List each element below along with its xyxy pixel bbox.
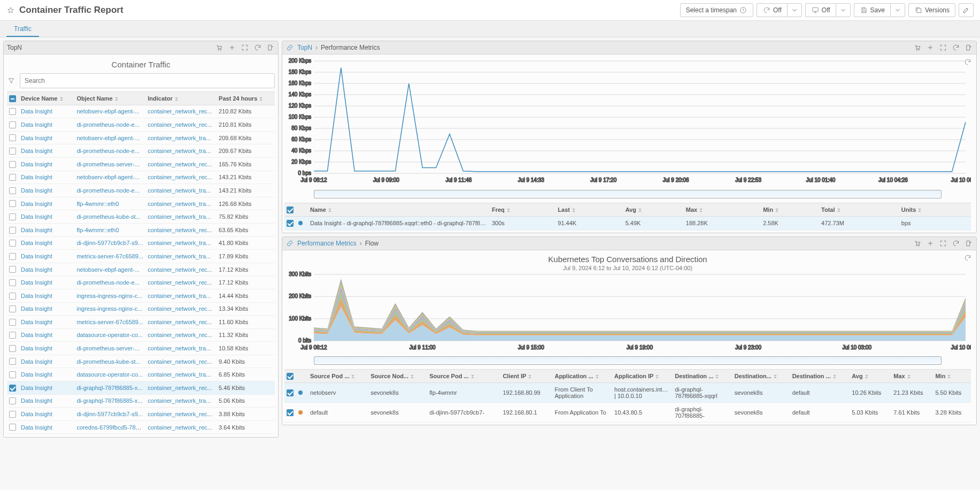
table-row[interactable]: Data Insight datasource-operator-co... c…: [7, 368, 275, 381]
table-row[interactable]: Data Insight datasource-operator-co... c…: [7, 328, 275, 342]
indicator-link[interactable]: container_network_rec...: [148, 424, 212, 431]
breadcrumb-prev[interactable]: TopN: [297, 44, 312, 51]
col-past24[interactable]: Past 24 hours: [217, 92, 275, 105]
indicator-link[interactable]: container_network_rec...: [148, 174, 212, 180]
device-link[interactable]: Data Insight: [21, 227, 52, 233]
object-link[interactable]: ingress-ingress-nginx-c...: [76, 305, 142, 312]
chart-refresh-icon[interactable]: [963, 254, 972, 262]
indicator-link[interactable]: container_network_rec...: [148, 332, 212, 338]
table-row[interactable]: Data Insight di-djinn-5977cb9cb7-s9... c…: [7, 236, 275, 250]
object-link[interactable]: di-djinn-5977cb9cb7-s9...: [76, 411, 143, 417]
object-link[interactable]: netobserv-ebpf-agent-...: [76, 108, 139, 114]
row-check[interactable]: [9, 148, 16, 155]
table-row[interactable]: Data Insight metrics-server-67c6589... c…: [7, 316, 275, 329]
object-link[interactable]: di-prometheus-server-...: [76, 161, 139, 167]
object-link[interactable]: netobserv-ebpf-agent-...: [76, 266, 139, 273]
export-icon[interactable]: [266, 43, 275, 52]
table-row[interactable]: Data Insight flp-4wmmr::eth0 container_n…: [7, 223, 275, 236]
indicator-link[interactable]: container_network_tra...: [148, 135, 211, 141]
plus-icon[interactable]: [926, 239, 935, 248]
link-icon[interactable]: [285, 239, 294, 248]
table-row[interactable]: Data Insight coredns-6799fbcd5-78q... co…: [7, 420, 275, 434]
row-check[interactable]: [9, 240, 16, 247]
indicator-link[interactable]: container_network_tra...: [148, 253, 211, 259]
edit-button[interactable]: [959, 3, 974, 17]
col-last[interactable]: Last: [555, 203, 623, 217]
row-check[interactable]: [9, 121, 16, 128]
row-check[interactable]: [9, 397, 16, 404]
device-link[interactable]: Data Insight: [21, 253, 52, 259]
device-link[interactable]: Data Insight: [21, 358, 52, 365]
legend-row-check[interactable]: [287, 220, 294, 227]
col-total[interactable]: Total: [819, 203, 899, 217]
table-row[interactable]: Data Insight metrics-server-67c6589... c…: [7, 250, 275, 263]
col[interactable]: Destination ...: [790, 370, 850, 383]
device-link[interactable]: Data Insight: [21, 187, 52, 194]
object-link[interactable]: di-prometheus-node-e...: [76, 279, 139, 286]
device-link[interactable]: Data Insight: [21, 161, 52, 167]
device-link[interactable]: Data Insight: [21, 319, 52, 325]
col[interactable]: Destination...: [732, 370, 790, 383]
col[interactable]: Client IP: [500, 370, 552, 383]
col[interactable]: Max: [891, 370, 933, 383]
table-row[interactable]: Data Insight di-graphql-787f86885-x... c…: [7, 381, 275, 395]
row-check[interactable]: [9, 161, 16, 168]
object-link[interactable]: coredns-6799fbcd5-78q...: [76, 424, 143, 431]
object-link[interactable]: netobserv-ebpf-agent-...: [76, 135, 139, 141]
interval-caret[interactable]: [836, 3, 851, 17]
device-link[interactable]: Data Insight: [21, 305, 52, 312]
row-check[interactable]: [9, 200, 16, 207]
indicator-link[interactable]: container_network_tra...: [148, 213, 211, 220]
time-scrubber[interactable]: [314, 356, 942, 365]
select-all[interactable]: [9, 95, 16, 102]
table-row[interactable]: Data Insight flp-4wmmr::eth0 container_n…: [7, 197, 275, 210]
device-link[interactable]: Data Insight: [21, 148, 52, 154]
device-link[interactable]: Data Insight: [21, 397, 52, 404]
indicator-link[interactable]: container_network_rec...: [148, 305, 212, 312]
indicator-link[interactable]: container_network_rec...: [148, 385, 212, 391]
cart-icon[interactable]: [913, 43, 922, 52]
row-check[interactable]: [287, 389, 294, 396]
row-check[interactable]: [9, 227, 16, 234]
row-check[interactable]: [9, 266, 16, 273]
row-check[interactable]: [9, 358, 16, 365]
reload-icon[interactable]: [952, 239, 960, 248]
row-check[interactable]: [9, 253, 16, 260]
col[interactable]: Source Nod...: [368, 370, 427, 383]
col-object[interactable]: Object Name: [74, 92, 145, 105]
object-link[interactable]: di-graphql-787f86885-x...: [76, 385, 142, 391]
reload-icon[interactable]: [952, 43, 960, 52]
cart-icon[interactable]: [913, 239, 922, 248]
indicator-link[interactable]: container_network_rec...: [148, 266, 212, 273]
object-link[interactable]: metrics-server-67c6589...: [76, 253, 143, 259]
col[interactable]: Application ...: [552, 370, 612, 383]
device-link[interactable]: Data Insight: [21, 135, 52, 141]
timespan-button[interactable]: Select a timespan: [680, 3, 753, 17]
time-scrubber[interactable]: [314, 190, 942, 198]
object-link[interactable]: di-prometheus-node-e...: [76, 121, 139, 128]
object-link[interactable]: ingress-ingress-nginx-c...: [76, 293, 142, 299]
device-link[interactable]: Data Insight: [21, 332, 52, 338]
table-row[interactable]: Data Insight netobserv-ebpf-agent-... co…: [7, 171, 275, 184]
col-device[interactable]: Device Name: [19, 92, 74, 105]
interval-toggle[interactable]: Off: [805, 3, 836, 17]
device-link[interactable]: Data Insight: [21, 174, 52, 180]
table-row[interactable]: Data Insight di-prometheus-server-... co…: [7, 157, 275, 171]
table-row[interactable]: Data Insight di-prometheus-node-e... con…: [7, 276, 275, 289]
device-link[interactable]: Data Insight: [21, 424, 52, 431]
indicator-link[interactable]: container_network_tra...: [148, 240, 211, 246]
table-row[interactable]: netobservsevonek8sflp-4wmmr192.168.80.99…: [284, 382, 971, 402]
row-check[interactable]: [9, 305, 16, 312]
col[interactable]: Destination ...: [673, 370, 732, 383]
table-row[interactable]: Data Insight netobserv-ebpf-agent-... co…: [7, 105, 275, 118]
indicator-link[interactable]: container_network_tra...: [148, 397, 211, 404]
legend-select-all[interactable]: [287, 206, 294, 213]
table-row[interactable]: Data Insight di-prometheus-kube-st... co…: [7, 355, 275, 368]
table-row[interactable]: Data Insight ingress-ingress-nginx-c... …: [7, 289, 275, 302]
object-link[interactable]: di-graphql-787f86885-x...: [76, 397, 142, 404]
export-icon[interactable]: [964, 43, 973, 52]
export-icon[interactable]: [964, 239, 973, 248]
row-check[interactable]: [9, 371, 16, 378]
device-link[interactable]: Data Insight: [21, 213, 52, 220]
table-row[interactable]: Data Insight di-prometheus-node-e... con…: [7, 184, 275, 197]
